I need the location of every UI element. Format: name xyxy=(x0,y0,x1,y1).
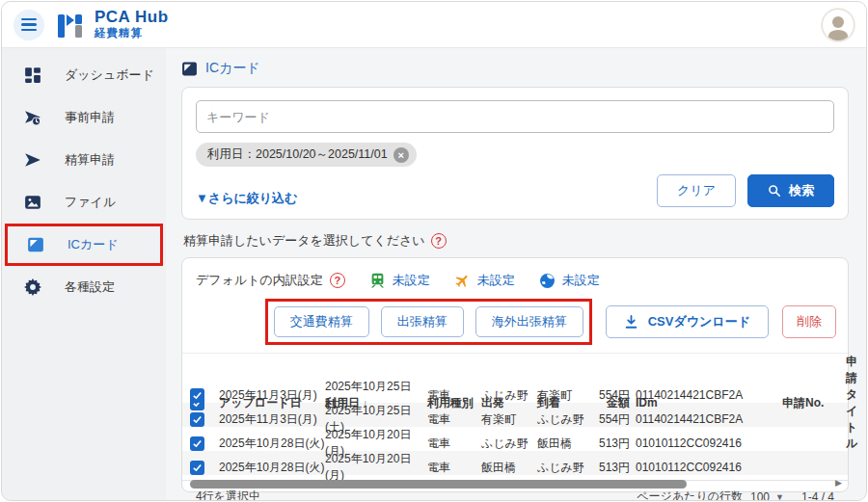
col-app-no: 申請No. xyxy=(782,395,846,411)
chevron-down-icon: ▼ xyxy=(775,492,784,502)
row-checkbox[interactable] xyxy=(190,388,204,403)
cell-upload-date: 2025年11月3日(月) xyxy=(219,387,325,404)
app-title-block: PCA Hub 経費精算 xyxy=(95,9,169,41)
rows-per-page-value: 100 xyxy=(750,490,770,502)
clear-button[interactable]: クリア xyxy=(657,174,736,207)
select-prompt-text: 精算申請したいデータを選択してください xyxy=(183,232,425,250)
cell-to: ふじみ野 xyxy=(537,411,593,428)
selected-count: 4行を選択中 xyxy=(196,489,260,501)
ic-card-page-icon xyxy=(181,61,198,77)
cell-amount: 513円 xyxy=(593,436,636,452)
sidebar-item-dashboard[interactable]: ダッシュボード xyxy=(2,54,166,96)
app-subtitle: 経費精算 xyxy=(95,26,169,40)
cell-idm: 01140214421CBF2A xyxy=(636,412,782,426)
train-setting-label: 未設定 xyxy=(393,272,430,289)
pagination-range: 1-4 / 4 xyxy=(801,490,834,502)
cell-to: ふじみ野 xyxy=(537,460,593,476)
cell-upload-date: 2025年11月3日(月) xyxy=(219,411,325,428)
sidebar-item-settlement-application[interactable]: 精算申請 xyxy=(2,139,166,181)
avatar-person-icon xyxy=(832,16,844,28)
csv-download-button[interactable]: CSVダウンロード xyxy=(606,305,769,338)
cell-to: 飯田橋 xyxy=(537,436,593,452)
hamburger-menu-icon[interactable] xyxy=(14,10,44,40)
cell-type: 電車 xyxy=(427,411,481,428)
globe-setting-label: 未設定 xyxy=(562,272,600,289)
default-train-setting[interactable]: 未設定 xyxy=(369,272,430,289)
search-button[interactable]: 検索 xyxy=(747,174,834,207)
cell-from: 飯田橋 xyxy=(481,460,537,476)
dashboard-icon xyxy=(23,66,41,85)
help-icon[interactable]: ? xyxy=(431,233,447,249)
help-icon[interactable]: ? xyxy=(330,273,345,288)
sidebar-label: 精算申請 xyxy=(65,151,115,169)
scroll-right-icon[interactable]: ▶ xyxy=(835,478,842,488)
sidebar-label: ICカード xyxy=(68,236,119,253)
transport-settlement-button[interactable]: 交通費精算 xyxy=(274,306,369,337)
ic-card-icon xyxy=(26,236,44,254)
overseas-trip-settlement-button[interactable]: 海外出張精算 xyxy=(475,306,583,337)
row-checkbox[interactable] xyxy=(190,461,204,475)
cell-idm: 01010112CC092416 xyxy=(636,436,782,450)
row-checkbox[interactable] xyxy=(190,412,204,427)
sidebar: ダッシュボード 事前申請 精算申請 xyxy=(2,48,166,500)
select-prompt: 精算申請したいデータを選択してください ? xyxy=(183,232,849,250)
delete-button[interactable]: 削除 xyxy=(782,305,836,338)
pca-logo xyxy=(54,9,87,41)
plane-setting-label: 未設定 xyxy=(477,272,515,289)
sidebar-item-settings[interactable]: 各種設定 xyxy=(2,266,166,308)
more-filters-link[interactable]: ▼さらに絞り込む xyxy=(196,190,297,207)
sidebar-label: 各種設定 xyxy=(65,278,115,296)
top-bar: PCA Hub 経費精算 xyxy=(2,2,866,48)
cell-idm: 01010112CC092416 xyxy=(636,461,782,474)
table-row[interactable]: 2025年10月28日(火) 2025年10月20日(月) 電車 ふじみ野 飯田… xyxy=(182,427,848,451)
cell-amount: 513円 xyxy=(593,460,636,476)
cell-from: ふじみ野 xyxy=(481,387,537,404)
search-icon xyxy=(768,184,781,198)
file-image-icon xyxy=(23,194,41,212)
pre-application-icon xyxy=(23,109,41,127)
cell-amount: 554円 xyxy=(593,387,636,404)
cell-amount: 554円 xyxy=(593,411,636,428)
sidebar-item-files[interactable]: ファイル xyxy=(2,181,166,224)
col-app-title: 申請タイトル xyxy=(846,354,857,452)
cell-type: 電車 xyxy=(427,436,481,452)
airplane-icon xyxy=(454,273,471,289)
cell-from: ふじみ野 xyxy=(481,436,537,452)
sidebar-item-pre-application[interactable]: 事前申請 xyxy=(2,96,166,139)
default-settings-label: デフォルトの内訳設定 xyxy=(196,272,323,289)
cell-to: 有楽町 xyxy=(537,387,593,404)
table-row[interactable]: 2025年10月28日(火) 2025年10月20日(月) 電車 飯田橋 ふじみ… xyxy=(182,451,848,475)
sidebar-item-ic-card[interactable]: ICカード xyxy=(5,224,163,266)
user-avatar[interactable] xyxy=(822,9,854,41)
cell-type: 電車 xyxy=(427,387,481,404)
date-filter-chip[interactable]: 利用日：2025/10/20～2025/11/01 × xyxy=(196,143,417,167)
rows-per-page-select[interactable]: 100 ▼ xyxy=(750,490,784,502)
table-row[interactable]: 2025年11月3日(月) 2025年10月25日(土) 電車 ふじみ野 有楽町… xyxy=(182,379,848,403)
app-name: PCA Hub xyxy=(95,9,169,27)
chip-close-icon[interactable]: × xyxy=(393,147,409,163)
chip-label: 利用日：2025/10/20～2025/11/01 xyxy=(207,146,388,163)
actions-row: 交通費精算 出張精算 海外出張精算 CSVダウンロード 削除 xyxy=(182,289,848,353)
download-icon xyxy=(624,315,638,330)
gear-icon xyxy=(23,278,41,297)
cell-type: 電車 xyxy=(427,460,481,476)
default-settings-row: デフォルトの内訳設定 ? 未設定 xyxy=(182,270,848,289)
scrollbar-thumb[interactable] xyxy=(190,480,687,489)
cell-use-date: 2025年10月20日(月) xyxy=(325,451,427,484)
app-window: PCA Hub 経費精算 ダッシュボード xyxy=(1,1,867,501)
train-icon xyxy=(369,273,386,289)
sidebar-label: 事前申請 xyxy=(65,109,115,126)
page-title-text: ICカード xyxy=(205,60,260,77)
default-plane-setting[interactable]: 未設定 xyxy=(454,272,515,289)
ic-card-table: アップロード日 利用日↓ 利用種別 出発 到着 金額 IDm 申請No. 申請タ… xyxy=(182,353,848,475)
send-icon xyxy=(23,151,41,170)
table-header-row: アップロード日 利用日↓ 利用種別 出発 到着 金額 IDm 申請No. 申請タ… xyxy=(182,354,848,379)
annotation-box-settlement-buttons: 交通費精算 出張精算 海外出張精算 xyxy=(265,299,592,345)
page-title: ICカード xyxy=(181,60,849,77)
default-globe-setting[interactable]: 未設定 xyxy=(539,272,600,289)
data-panel: デフォルトの内訳設定 ? 未設定 xyxy=(181,257,849,492)
row-checkbox[interactable] xyxy=(190,436,204,451)
keyword-input[interactable] xyxy=(196,100,834,133)
cell-upload-date: 2025年10月28日(火) xyxy=(219,460,325,476)
trip-settlement-button[interactable]: 出張精算 xyxy=(381,306,464,337)
